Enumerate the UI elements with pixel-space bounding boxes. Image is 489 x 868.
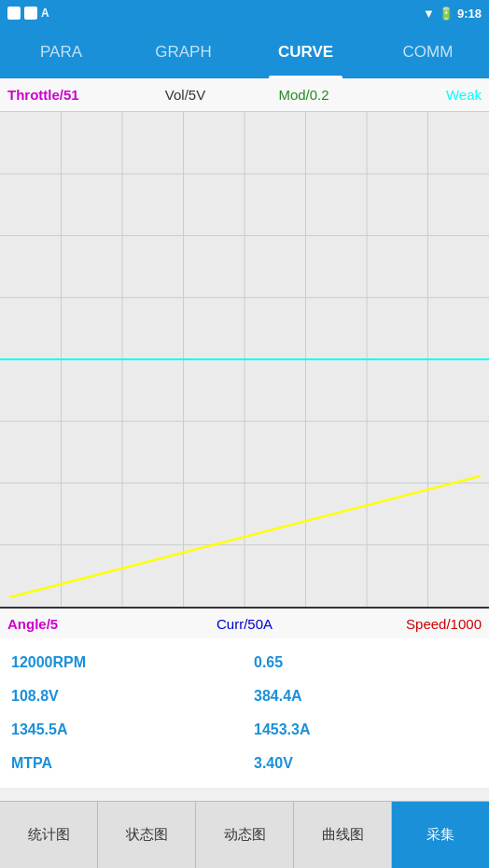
data-row-1: 108.8V 384.4A: [11, 679, 478, 713]
tab-para[interactable]: PARA: [0, 26, 122, 78]
data-section: 12000RPM 0.65 108.8V 384.4A 1345.5A 1453…: [0, 638, 489, 788]
chart-svg: [0, 112, 489, 607]
tab-graph[interactable]: GRAPH: [122, 26, 244, 78]
info-row: Throttle/51 Vol/5V Mod/0.2 Weak: [0, 78, 489, 112]
nav-tabs: PARA GRAPH CURVE COMM: [0, 26, 489, 78]
data-value-0: 0.65: [235, 654, 478, 671]
nav-state[interactable]: 状态图: [98, 802, 196, 868]
tab-comm[interactable]: COMM: [367, 26, 489, 78]
bottom-nav: 统计图 状态图 动态图 曲线图 采集: [0, 801, 489, 868]
battery-icon: 🔋: [439, 7, 454, 21]
vol-label: Vol/5V: [126, 87, 244, 103]
throttle-label: Throttle/51: [7, 87, 126, 103]
nav-dynamic[interactable]: 动态图: [196, 802, 294, 868]
data-row-0: 12000RPM 0.65: [11, 646, 478, 679]
status-left: A: [7, 7, 49, 20]
bottom-labels: Angle/5 Curr/50A Speed/1000: [0, 607, 489, 638]
speed-label: Speed/1000: [324, 616, 482, 632]
data-value-2: 1453.3A: [235, 721, 478, 738]
clock: 9:18: [457, 7, 482, 21]
status-sq1: [7, 7, 21, 20]
data-label-1: 108.8V: [11, 688, 235, 705]
status-icon-a: A: [41, 7, 49, 20]
status-bar: A ▼ 🔋 9:18: [0, 0, 489, 26]
nav-collect[interactable]: 采集: [392, 802, 489, 868]
chart-area[interactable]: [0, 112, 489, 607]
weak-label: Weak: [363, 87, 482, 103]
data-row-2: 1345.5A 1453.3A: [11, 713, 478, 747]
nav-curve[interactable]: 曲线图: [294, 802, 392, 868]
tab-curve[interactable]: CURVE: [244, 26, 367, 78]
status-right: ▼ 🔋 9:18: [423, 7, 482, 21]
data-value-1: 384.4A: [235, 688, 478, 705]
data-row-3: MTPA 3.40V: [11, 747, 478, 780]
data-label-3: MTPA: [11, 755, 235, 772]
curr-label: Curr/50A: [165, 616, 323, 632]
nav-stats[interactable]: 统计图: [0, 802, 98, 868]
status-sq2: [24, 7, 37, 20]
data-label-2: 1345.5A: [11, 721, 235, 738]
angle-label: Angle/5: [7, 616, 165, 632]
data-value-3: 3.40V: [235, 755, 478, 772]
data-label-0: 12000RPM: [11, 654, 235, 671]
mod-label: Mod/0.2: [244, 87, 363, 103]
wifi-icon: ▼: [423, 7, 435, 21]
